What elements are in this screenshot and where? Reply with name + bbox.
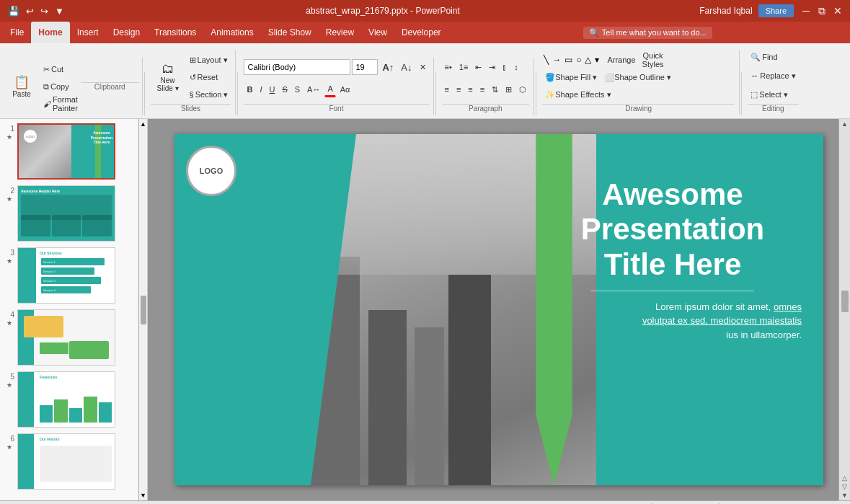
clipboard-group: 📋 Paste ✂ Cut ⧉ Copy 🖌 Format Painter Cl… [3,58,143,115]
clear-format-button[interactable]: ✕ [417,59,429,75]
new-slide-button[interactable]: 🗂 NewSlide ▾ [151,56,185,99]
line-spacing-button[interactable]: ↕ [511,59,521,75]
menu-insert[interactable]: Insert [70,22,106,43]
restore-button[interactable]: ⧉ [815,4,828,17]
quick-styles-button[interactable]: QuickStyles [639,52,667,68]
drawing-row-effects: 🪣 Shape Fill ▾ ⬜ Shape Outline ▾ [542,69,674,85]
menu-review[interactable]: Review [319,22,361,43]
smartart-button[interactable]: ⬡ [516,81,529,97]
char-spacing-button[interactable]: A↔ [304,81,323,97]
slide-num-6: 6 [4,435,14,443]
shape-triangle[interactable]: △ [583,53,593,66]
slide-logo: LOGO [186,146,236,196]
minimize-button[interactable]: ─ [800,4,813,17]
star-6: ★ [6,443,12,451]
redo-button[interactable]: ↪ [38,4,50,18]
copy-button[interactable]: ⧉ Copy [40,79,81,94]
scroll-page-up[interactable]: △ [842,474,847,482]
scroll-down-button[interactable]: ▼ [841,492,848,499]
cut-button[interactable]: ✂ Cut [40,61,81,77]
shape-outline-button[interactable]: ⬜ Shape Outline ▾ [601,69,674,85]
panel-scrollbar[interactable]: ▲ ▼ [139,119,148,500]
layout-icon: ⊞ [190,56,196,65]
slide-thumb-1[interactable]: 1 ★ AwesomePresentationTitle Here LOGO [3,122,136,181]
panel-scroll-down[interactable]: ▼ [140,492,146,499]
menu-home[interactable]: Home [31,22,69,43]
strikethrough-button[interactable]: S [279,81,290,97]
text-case-button[interactable]: Aα [337,81,353,97]
scroll-up-button[interactable]: ▲ [841,120,848,128]
star-2: ★ [6,195,12,203]
reset-button[interactable]: ↺ Reset [187,69,231,85]
select-button[interactable]: ⬚ Select ▾ [748,87,798,102]
replace-icon: ↔ [751,71,758,80]
align-right-button[interactable]: ≡ [465,81,475,97]
main-area: 1 ★ AwesomePresentationTitle Here LOGO 2… [0,119,850,500]
font-size-input[interactable] [352,59,378,75]
paste-button[interactable]: 📋 Paste [6,65,37,108]
columns-button[interactable]: ⫿ [500,59,510,75]
text-align-button[interactable]: ⊞ [503,81,515,97]
share-button[interactable]: Share [758,4,794,17]
canvas-scrollbar[interactable]: ▲ △ ▽ ▼ [838,119,850,500]
shape-circle[interactable]: ○ [575,53,583,66]
ribbon-separator-3 [435,72,436,115]
close-button[interactable]: ✕ [831,4,844,17]
section-button[interactable]: § Section ▾ [187,87,231,102]
shape-arrow[interactable]: → [551,53,562,66]
shape-rect[interactable]: ▭ [563,53,574,66]
format-painter-button[interactable]: 🖌 Format Painter [40,96,81,112]
paste-icon: 📋 [14,76,30,89]
menu-transitions[interactable]: Transitions [147,22,203,43]
underline-button[interactable]: U [266,81,278,97]
new-slide-icon: 🗂 [161,62,174,75]
scroll-page-down[interactable]: ▽ [842,483,847,490]
decrease-indent-button[interactable]: ⇤ [472,59,484,75]
align-justify-button[interactable]: ≡ [477,81,487,97]
undo-button[interactable]: ↩ [24,4,36,18]
scroll-thumb[interactable] [841,291,849,312]
text-shadow-button[interactable]: S [292,81,303,97]
menu-developer[interactable]: Developer [394,22,448,43]
menu-animations[interactable]: Animations [203,22,260,43]
slide-thumb-4[interactable]: 4 ★ [3,308,136,367]
bold-button[interactable]: B [244,81,255,97]
slide-thumb-5[interactable]: 5 ★ Financials [3,370,136,429]
font-size-up-button[interactable]: A↑ [379,59,397,75]
align-center-button[interactable]: ≡ [453,81,464,97]
layout-button[interactable]: ⊞ Layout ▾ [187,52,231,68]
menu-design[interactable]: Design [106,22,147,43]
find-button[interactable]: 🔍 Find [748,49,798,65]
drawing-label: Drawing [542,104,735,114]
slide-thumb-2[interactable]: 2 ★ Awesome Header Here [3,184,136,243]
shape-more[interactable]: ▾ [593,53,601,66]
align-left-button[interactable]: ≡ [442,81,452,97]
font-name-input[interactable] [244,59,350,75]
menu-file[interactable]: File [3,22,31,43]
shape-line[interactable]: ╲ [542,53,550,66]
replace-button[interactable]: ↔ Replace ▾ [748,68,798,84]
panel-scroll-up[interactable]: ▲ [140,120,146,128]
numbered-list-button[interactable]: 1≡ [456,59,472,75]
drawing-group: ╲ → ▭ ○ △ ▾ Arrange QuickStyles 🪣 Shape … [538,50,740,115]
increase-indent-button[interactable]: ⇥ [486,59,498,75]
menu-slideshow[interactable]: Slide Show [261,22,319,43]
slides-label: Slides [151,104,231,114]
bullet-list-button[interactable]: ≡• [442,59,455,75]
slide-thumb-3[interactable]: 3 ★ Our Services Service 1 Service 2 Ser… [3,246,136,305]
text-direction-button[interactable]: ⇅ [489,81,501,97]
italic-button[interactable]: I [257,81,265,97]
menu-view[interactable]: View [361,22,394,43]
arrange-button[interactable]: Arrange [604,52,638,68]
font-color-button[interactable]: A [324,81,335,97]
shape-effects-button[interactable]: ✨ Shape Effects ▾ [542,87,614,102]
panel-scroll-thumb[interactable] [141,296,146,324]
slide-thumb-6[interactable]: 6 ★ Our History [3,432,136,491]
shape-fill-button[interactable]: 🪣 Shape Fill ▾ [542,69,600,85]
save-button[interactable]: 💾 [6,4,22,18]
font-size-up-icon: A↑ [382,62,394,73]
font-size-down-button[interactable]: A↓ [398,59,415,75]
ribbon-separator-4 [536,72,536,115]
customize-button[interactable]: ▼ [53,4,66,18]
slide-img-4 [17,309,115,366]
